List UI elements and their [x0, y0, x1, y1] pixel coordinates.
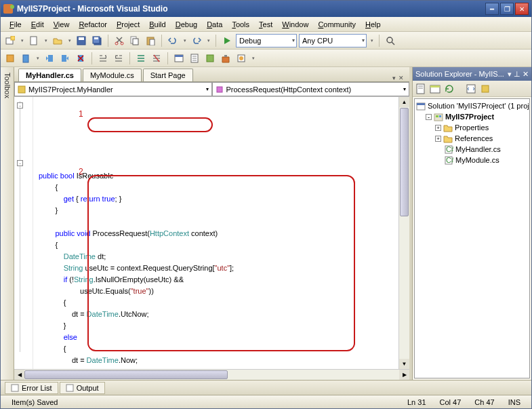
save-all-button[interactable]: [90, 34, 104, 47]
platform-combo[interactable]: Any CPU: [299, 34, 367, 47]
open-button[interactable]: [51, 34, 64, 47]
menu-refactor[interactable]: Refactor: [74, 20, 112, 28]
se-properties-button[interactable]: [415, 83, 426, 94]
tree-item[interactable]: C#MyModule.cs: [416, 155, 528, 165]
se-classview-button[interactable]: [480, 83, 491, 94]
svg-rect-1: [11, 36, 15, 40]
start-debug-button[interactable]: [220, 34, 234, 47]
cut-button[interactable]: [112, 34, 126, 47]
se-refresh-button[interactable]: [444, 83, 455, 94]
new-project-button[interactable]: [3, 34, 17, 47]
menu-edit[interactable]: Edit: [26, 20, 49, 28]
solution-tree[interactable]: Solution 'MyIIS7Project' (1 proje-MyIIS7…: [414, 98, 530, 378]
redo-dropdown[interactable]: ▾: [205, 34, 211, 47]
minimize-button[interactable]: ━: [485, 3, 499, 15]
toolwindow-tab-output[interactable]: Output: [60, 382, 105, 394]
outline-toggle[interactable]: -: [17, 102, 23, 109]
tree-item-label: MyIIS7Project: [445, 113, 494, 121]
windows-dropdown[interactable]: ▾: [250, 52, 256, 65]
comment-button[interactable]: [134, 52, 148, 65]
panel-pin-button[interactable]: ⊥: [514, 70, 520, 79]
menu-help[interactable]: Help: [361, 20, 386, 28]
tree-item[interactable]: C#MyHandler.cs: [416, 144, 528, 155]
toolwindow-tab-error-list[interactable]: Error List: [5, 382, 58, 394]
svg-text:C#: C#: [446, 145, 453, 153]
menu-data[interactable]: Data: [202, 20, 227, 28]
copy-button[interactable]: [128, 34, 142, 47]
svg-rect-28: [417, 84, 424, 94]
menu-window[interactable]: Window: [277, 20, 313, 28]
start-page-button[interactable]: [234, 52, 248, 65]
panel-menu-button[interactable]: ▾: [508, 70, 512, 79]
maximize-button[interactable]: ❐: [500, 3, 514, 15]
uncomment-button[interactable]: [150, 52, 163, 65]
find-button[interactable]: [384, 34, 397, 47]
scroll-thumb-v[interactable]: [400, 108, 409, 216]
open-dropdown[interactable]: ▾: [66, 34, 73, 47]
tabs-menu-button[interactable]: ▾: [392, 75, 396, 81]
scroll-thumb-h[interactable]: [24, 370, 228, 379]
undo-dropdown[interactable]: ▾: [182, 34, 188, 47]
tree-expander[interactable]: +: [435, 125, 441, 131]
menu-build[interactable]: Build: [144, 20, 170, 28]
vertical-scrollbar[interactable]: ▲ ▼: [398, 97, 409, 369]
new-project-dropdown[interactable]: ▾: [19, 34, 25, 47]
statusbar: Item(s) Saved Ln 31 Col 47 Ch 47 INS: [1, 395, 531, 408]
scroll-left-button[interactable]: ◀: [14, 370, 24, 380]
tree-item[interactable]: -MyIIS7Project: [416, 111, 528, 122]
object-browser2-button[interactable]: [203, 52, 217, 65]
member-combo[interactable]: ProcessRequest(HttpContext context): [212, 82, 410, 96]
tree-item[interactable]: +Properties: [416, 122, 528, 133]
status-message: Item(s) Saved: [5, 398, 64, 406]
object-browser-button[interactable]: [3, 52, 17, 65]
run-config-combo[interactable]: Debug: [236, 34, 297, 47]
doc-tab[interactable]: MyHandler.cs: [18, 69, 81, 81]
tree-expander[interactable]: -: [426, 114, 432, 120]
horizontal-scrollbar[interactable]: ◀ ▶: [14, 369, 409, 380]
doc-tab[interactable]: MyModule.cs: [83, 69, 142, 81]
toolbox-button[interactable]: [219, 52, 232, 65]
outline-toggle[interactable]: -: [17, 160, 23, 166]
close-button[interactable]: ✕: [515, 3, 529, 15]
bottom-toolwindow-tabs: Error ListOutput: [1, 380, 531, 395]
bookmark-prev-button[interactable]: [43, 52, 56, 65]
solution-explorer-button[interactable]: [172, 52, 186, 65]
menu-project[interactable]: Project: [112, 20, 144, 28]
menu-file[interactable]: File: [5, 20, 26, 28]
bookmark-clear-button[interactable]: [74, 52, 87, 65]
menu-tools[interactable]: Tools: [227, 20, 254, 28]
scroll-right-button[interactable]: ▶: [399, 370, 409, 380]
save-button[interactable]: [75, 34, 88, 47]
bookmark-dropdown[interactable]: ▾: [35, 52, 41, 65]
menubar: FileEditViewRefactorProjectBuildDebugDat…: [1, 17, 531, 32]
menu-test[interactable]: Test: [254, 20, 277, 28]
properties-button[interactable]: [188, 52, 201, 65]
paste-button[interactable]: [144, 34, 157, 47]
tree-item[interactable]: +References: [416, 133, 528, 144]
menu-debug[interactable]: Debug: [171, 20, 202, 28]
undo-button[interactable]: [166, 34, 180, 47]
new-item-button[interactable]: [27, 34, 41, 47]
svg-rect-34: [417, 103, 425, 105]
code-editor[interactable]: - - 1 2 public bool IsReusable { get { r…: [14, 97, 409, 369]
tabs-close-button[interactable]: ✕: [398, 75, 404, 81]
panel-close-button[interactable]: ✕: [523, 70, 529, 79]
menu-community[interactable]: Community: [313, 20, 361, 28]
scroll-down-button[interactable]: ▼: [399, 359, 409, 369]
class-combo[interactable]: MyIIS7Project.MyHandler: [14, 82, 212, 96]
tree-item[interactable]: Solution 'MyIIS7Project' (1 proje: [416, 100, 528, 111]
bookmark-next-button[interactable]: [58, 52, 72, 65]
redo-button[interactable]: [190, 34, 203, 47]
doc-tab[interactable]: Start Page: [143, 69, 193, 81]
platform-dropdown-extra[interactable]: ▾: [369, 34, 375, 47]
bookmark-toggle-button[interactable]: [19, 52, 33, 65]
menu-view[interactable]: View: [49, 20, 75, 28]
toolbox-autohide-tab[interactable]: Toolbox: [1, 67, 14, 380]
new-item-dropdown[interactable]: ▾: [43, 34, 49, 47]
scroll-up-button[interactable]: ▲: [399, 97, 409, 107]
indent-less-button[interactable]: [96, 52, 110, 65]
se-showall-button[interactable]: [430, 83, 441, 94]
indent-more-button[interactable]: [112, 52, 125, 65]
se-code-button[interactable]: [466, 83, 476, 94]
tree-expander[interactable]: +: [435, 136, 441, 142]
